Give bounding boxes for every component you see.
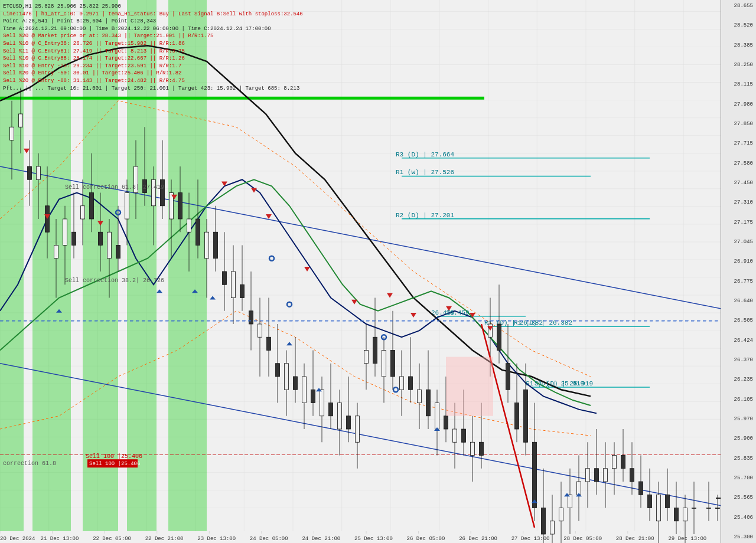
- price-label: 28.250: [722, 62, 755, 68]
- price-label: 28.115: [722, 81, 755, 87]
- price-label: 25.900: [722, 436, 755, 441]
- price-label: 25.970: [722, 416, 755, 422]
- price-chart: [0, 0, 732, 543]
- price-label: 28.385: [722, 42, 755, 48]
- price-label: 28.520: [722, 22, 755, 28]
- current-price-box: [716, 498, 721, 499]
- price-label: 27.850: [722, 121, 755, 127]
- price-label: 27.980: [722, 102, 755, 107]
- price-label: 27.450: [722, 180, 755, 186]
- price-label: 27.175: [722, 220, 755, 225]
- price-label: 27.045: [722, 239, 755, 245]
- price-label: 27.580: [722, 161, 755, 166]
- price-label: 27.310: [722, 199, 755, 205]
- price-label: 25.406: [722, 515, 755, 521]
- price-label: 26.370: [722, 357, 755, 363]
- price-label: 26.640: [722, 298, 755, 304]
- price-label: 26.424: [722, 338, 755, 344]
- price-label: 26.505: [722, 318, 755, 323]
- price-label: 26.775: [722, 279, 755, 284]
- price-label: 26.235: [722, 377, 755, 382]
- price-label: 25.835: [722, 456, 755, 462]
- price-label: 27.715: [722, 140, 755, 146]
- price-label: 26.910: [722, 259, 755, 264]
- price-label: 26.105: [722, 397, 755, 403]
- price-label: 25.300: [722, 534, 755, 540]
- chart-container: ETCUSD,H1 25.828 25.900 25.822 25.900Lin…: [0, 0, 756, 543]
- price-label: 25.565: [722, 495, 755, 501]
- price-label: 28.655: [722, 3, 755, 9]
- price-label: 25.700: [722, 475, 755, 481]
- price-axis: 28.65528.52028.38528.25028.11527.98027.8…: [721, 0, 756, 543]
